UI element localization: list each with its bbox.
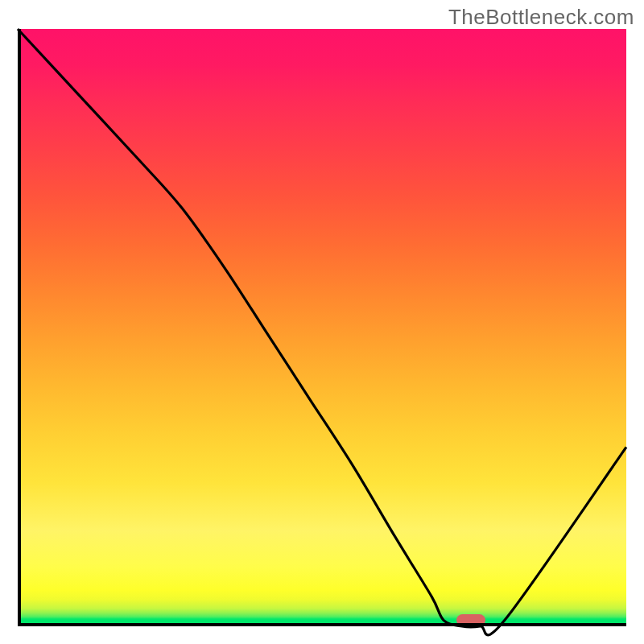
watermark-text: TheBottleneck.com (448, 5, 634, 30)
chart-container: TheBottleneck.com (0, 0, 644, 644)
curve-path (18, 29, 626, 635)
y-axis (18, 29, 21, 626)
x-axis (18, 623, 626, 626)
plot-area (18, 29, 626, 626)
bottleneck-curve (18, 29, 626, 626)
